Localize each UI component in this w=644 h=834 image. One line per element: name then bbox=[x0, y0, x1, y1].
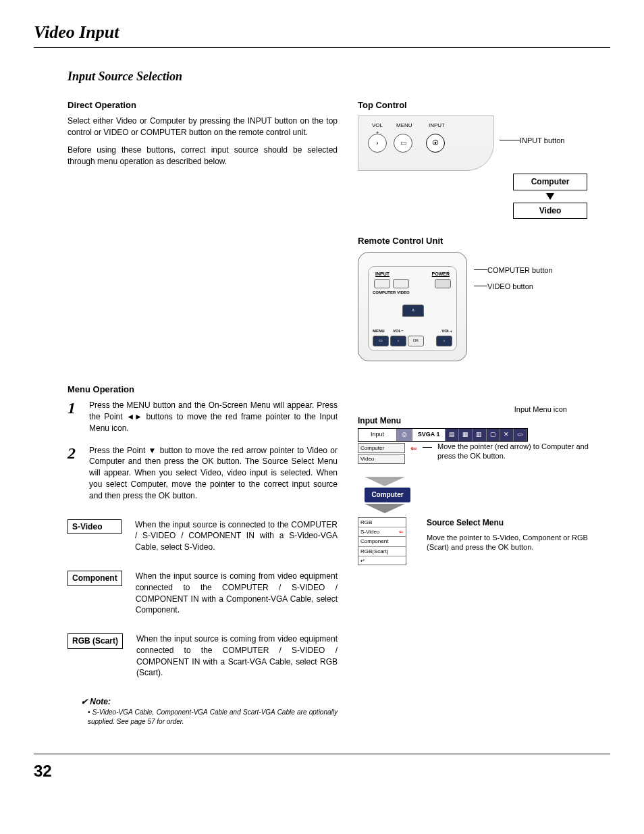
menu-icon-1: ◎ bbox=[397, 429, 412, 441]
menu-bar-input: Input bbox=[358, 429, 397, 441]
note-bullet: • S-Video-VGA Cable, Component-VGA Cable… bbox=[88, 708, 338, 727]
computer-tab: Computer bbox=[365, 488, 410, 502]
remote-power-label: POWER bbox=[432, 271, 450, 278]
input-button-icon: ⦿ bbox=[426, 134, 445, 153]
flow-computer-box: Computer bbox=[513, 174, 587, 190]
option-rgbscart-box: RGB (Scart) bbox=[68, 633, 123, 649]
remote-right-btn: › bbox=[436, 336, 452, 346]
src-rgbscart: RGB(Scart) bbox=[358, 547, 406, 556]
step-2-text: Press the Point ▼ button to move the red… bbox=[89, 445, 338, 502]
remote-ok-btn: OK bbox=[408, 336, 424, 346]
step-number-2: 2 bbox=[68, 445, 81, 502]
input-menu-computer: Computer bbox=[358, 443, 405, 453]
direct-operation-p1: Select either Video or Computer by press… bbox=[68, 115, 338, 138]
menu-icon-3: ▦ bbox=[459, 429, 473, 441]
remote-computer-text: COMPUTER bbox=[373, 290, 396, 295]
menu-bar: Input ◎ SVGA 1 ▤ ▦ ▥ ▢ ✕ ▭ bbox=[358, 428, 528, 442]
direct-operation-heading: Direct Operation bbox=[68, 99, 338, 111]
remote-computer-caption: COMPUTER button bbox=[487, 265, 553, 275]
option-svideo-box: S-Video bbox=[68, 519, 122, 535]
src-svideo: S-Video⇐ bbox=[358, 527, 406, 537]
remote-video-caption: VIDEO button bbox=[487, 282, 533, 291]
input-button-caption: INPUT button bbox=[520, 136, 564, 145]
source-select-caption: Move the pointer to S-Video, Component o… bbox=[427, 533, 601, 552]
option-rgbscart-desc: When the input source is coming from vid… bbox=[136, 633, 338, 679]
remote-video-text: VIDEO bbox=[397, 290, 410, 295]
src-component: Component bbox=[358, 537, 406, 546]
leader-line bbox=[474, 286, 487, 286]
tc-input-label: INPUT bbox=[429, 122, 445, 129]
option-svideo-desc: When the input source is connected to th… bbox=[135, 519, 338, 553]
option-component-box: Component bbox=[68, 571, 122, 586]
leader-line bbox=[500, 140, 520, 140]
page-title: Video Input bbox=[34, 20, 610, 48]
vol-button-icon: › bbox=[368, 134, 387, 153]
page-number: 32 bbox=[34, 754, 610, 783]
section-title: Input Source Selection bbox=[68, 68, 610, 85]
menu-icon-6: ✕ bbox=[500, 429, 514, 441]
leader-line bbox=[474, 269, 487, 270]
remote-input-label: INPUT bbox=[375, 271, 390, 278]
menu-icon-5: ▢ bbox=[487, 429, 500, 441]
remote-graphic: INPUT POWER COMPUTER VIDEO ∧ MENU VOL− V… bbox=[358, 252, 467, 361]
remote-power-btn bbox=[435, 279, 451, 288]
input-menu-caption1: Move the pointer (red arrow) to Computer… bbox=[437, 442, 601, 465]
remote-volminus-text: VOL− bbox=[393, 328, 404, 334]
remote-volplus-text: VOL+ bbox=[441, 328, 452, 334]
flow-video-box: Video bbox=[513, 203, 587, 219]
src-spacer: ↵ bbox=[358, 556, 406, 565]
step-1-text: Press the MENU button and the On-Screen … bbox=[89, 400, 338, 434]
remote-computer-btn bbox=[374, 279, 390, 288]
remote-menu-text: MENU bbox=[373, 328, 385, 334]
red-arrow-icon: ⇐ bbox=[410, 443, 417, 465]
remote-heading: Remote Control Unit bbox=[358, 235, 601, 247]
note-title: ✔ Note: bbox=[81, 696, 338, 708]
input-menu-list: Computer Video bbox=[358, 443, 405, 465]
input-menu-video: Video bbox=[358, 454, 405, 464]
menu-icon-2: ▤ bbox=[446, 429, 459, 441]
remote-left-btn: ‹ bbox=[390, 336, 406, 346]
direct-operation-p2: Before using these buttons, correct inpu… bbox=[68, 145, 338, 167]
tc-menu-label: MENU bbox=[396, 122, 412, 129]
remote-up-btn: ∧ bbox=[402, 305, 424, 317]
input-menu-icon-caption: Input Menu icon bbox=[514, 405, 567, 414]
top-control-graphic: VOL + MENU INPUT › ▭ ⦿ bbox=[358, 115, 494, 171]
source-select-menu-heading: Source Select Menu bbox=[427, 517, 601, 529]
menu-button-icon: ▭ bbox=[394, 134, 412, 153]
menu-icon-4: ▥ bbox=[473, 429, 486, 441]
menu-operation-heading: Menu Operation bbox=[68, 384, 338, 396]
step-number-1: 1 bbox=[68, 400, 81, 434]
triangle-down-icon bbox=[365, 504, 405, 513]
remote-menu-btn: ▭ bbox=[373, 336, 389, 346]
top-control-heading: Top Control bbox=[358, 99, 601, 111]
leader-line bbox=[423, 447, 432, 448]
input-menu-heading: Input Menu bbox=[358, 415, 601, 427]
source-select-list: RGB S-Video⇐ Component RGB(Scart) ↵ bbox=[358, 517, 406, 565]
remote-video-btn bbox=[393, 279, 409, 288]
option-component-desc: When the input source is coming from vid… bbox=[136, 571, 338, 616]
src-rgb: RGB bbox=[358, 518, 406, 527]
arrow-down-icon bbox=[546, 193, 554, 200]
menu-icon-7: ▭ bbox=[514, 429, 527, 441]
triangle-down-icon bbox=[365, 477, 405, 486]
menu-svga: SVGA 1 bbox=[412, 429, 446, 441]
